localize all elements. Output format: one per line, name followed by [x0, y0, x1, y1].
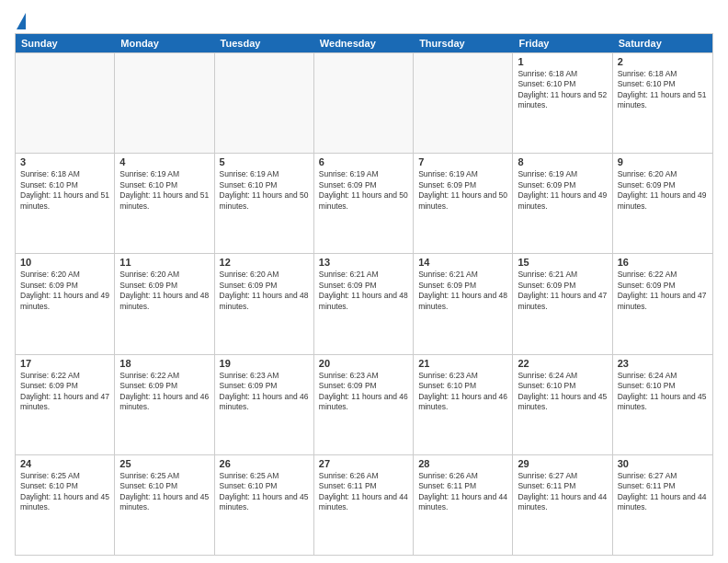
- calendar-header-day: Friday: [513, 34, 612, 52]
- day-number: 29: [518, 458, 607, 469]
- day-info: Sunrise: 6:21 AMSunset: 6:09 PMDaylight:…: [418, 270, 507, 312]
- calendar-cell: 21Sunrise: 6:23 AMSunset: 6:10 PMDayligh…: [414, 355, 513, 454]
- day-info: Sunrise: 6:19 AMSunset: 6:09 PMDaylight:…: [319, 169, 408, 212]
- calendar-cell: 17Sunrise: 6:22 AMSunset: 6:09 PMDayligh…: [16, 355, 115, 454]
- day-number: 25: [119, 458, 209, 469]
- calendar-header-day: Wednesday: [314, 34, 414, 52]
- logo: [15, 13, 26, 28]
- day-number: 17: [20, 358, 109, 369]
- calendar-cell: 7Sunrise: 6:19 AMSunset: 6:09 PMDaylight…: [414, 154, 513, 253]
- calendar-cell: 4Sunrise: 6:19 AMSunset: 6:10 PMDaylight…: [115, 154, 214, 253]
- day-info: Sunrise: 6:25 AMSunset: 6:10 PMDaylight:…: [220, 471, 309, 513]
- day-info: Sunrise: 6:26 AMSunset: 6:11 PMDaylight:…: [418, 471, 507, 513]
- calendar-cell: 18Sunrise: 6:22 AMSunset: 6:09 PMDayligh…: [115, 355, 214, 454]
- calendar-cell: 30Sunrise: 6:27 AMSunset: 6:11 PMDayligh…: [613, 455, 712, 555]
- day-info: Sunrise: 6:22 AMSunset: 6:09 PMDaylight:…: [119, 371, 209, 413]
- calendar-cell: 11Sunrise: 6:20 AMSunset: 6:09 PMDayligh…: [115, 254, 214, 353]
- day-number: 6: [319, 156, 408, 167]
- calendar: SundayMondayTuesdayWednesdayThursdayFrid…: [15, 33, 713, 556]
- calendar-cell: 16Sunrise: 6:22 AMSunset: 6:09 PMDayligh…: [613, 254, 712, 353]
- day-number: 11: [119, 257, 209, 268]
- calendar-cell: 1Sunrise: 6:18 AMSunset: 6:10 PMDaylight…: [513, 53, 612, 153]
- day-number: 21: [418, 358, 507, 369]
- day-info: Sunrise: 6:20 AMSunset: 6:09 PMDaylight:…: [119, 270, 209, 312]
- day-info: Sunrise: 6:23 AMSunset: 6:10 PMDaylight:…: [418, 371, 507, 413]
- day-info: Sunrise: 6:23 AMSunset: 6:09 PMDaylight:…: [319, 371, 408, 413]
- day-number: 10: [20, 257, 109, 268]
- calendar-week: 1Sunrise: 6:18 AMSunset: 6:10 PMDaylight…: [16, 52, 712, 153]
- calendar-cell: 23Sunrise: 6:24 AMSunset: 6:10 PMDayligh…: [613, 355, 712, 454]
- day-number: 28: [418, 458, 507, 469]
- calendar-week: 17Sunrise: 6:22 AMSunset: 6:09 PMDayligh…: [16, 354, 712, 454]
- day-number: 18: [119, 358, 209, 369]
- day-info: Sunrise: 6:18 AMSunset: 6:10 PMDaylight:…: [618, 69, 708, 111]
- day-info: Sunrise: 6:21 AMSunset: 6:09 PMDaylight:…: [518, 270, 607, 312]
- day-number: 19: [220, 358, 309, 369]
- day-info: Sunrise: 6:22 AMSunset: 6:09 PMDaylight:…: [20, 371, 109, 413]
- day-info: Sunrise: 6:22 AMSunset: 6:09 PMDaylight:…: [618, 270, 708, 312]
- day-info: Sunrise: 6:18 AMSunset: 6:10 PMDaylight:…: [518, 69, 607, 111]
- day-info: Sunrise: 6:21 AMSunset: 6:09 PMDaylight:…: [319, 270, 408, 312]
- day-info: Sunrise: 6:24 AMSunset: 6:10 PMDaylight:…: [518, 371, 607, 413]
- day-number: 9: [618, 156, 708, 167]
- day-info: Sunrise: 6:20 AMSunset: 6:09 PMDaylight:…: [220, 270, 309, 312]
- calendar-cell: 19Sunrise: 6:23 AMSunset: 6:09 PMDayligh…: [215, 355, 314, 454]
- logo-triangle-icon: [17, 13, 26, 29]
- calendar-header-day: Sunday: [16, 34, 115, 52]
- day-info: Sunrise: 6:19 AMSunset: 6:10 PMDaylight:…: [220, 169, 309, 212]
- day-number: 4: [119, 156, 209, 167]
- calendar-cell: [16, 53, 115, 153]
- day-number: 5: [220, 156, 309, 167]
- day-info: Sunrise: 6:20 AMSunset: 6:09 PMDaylight:…: [618, 169, 708, 212]
- day-info: Sunrise: 6:24 AMSunset: 6:10 PMDaylight:…: [618, 371, 708, 413]
- calendar-cell: 22Sunrise: 6:24 AMSunset: 6:10 PMDayligh…: [513, 355, 612, 454]
- day-info: Sunrise: 6:19 AMSunset: 6:09 PMDaylight:…: [518, 169, 607, 212]
- calendar-cell: 2Sunrise: 6:18 AMSunset: 6:10 PMDaylight…: [613, 53, 712, 153]
- calendar-cell: 20Sunrise: 6:23 AMSunset: 6:09 PMDayligh…: [314, 355, 414, 454]
- calendar-cell: 14Sunrise: 6:21 AMSunset: 6:09 PMDayligh…: [414, 254, 513, 353]
- day-info: Sunrise: 6:23 AMSunset: 6:09 PMDaylight:…: [220, 371, 309, 413]
- calendar-header: SundayMondayTuesdayWednesdayThursdayFrid…: [16, 34, 712, 52]
- calendar-week: 3Sunrise: 6:18 AMSunset: 6:10 PMDaylight…: [16, 153, 712, 253]
- day-number: 16: [618, 257, 708, 268]
- page-header: [15, 11, 713, 28]
- calendar-cell: [215, 53, 314, 153]
- calendar-header-day: Tuesday: [215, 34, 314, 52]
- day-number: 23: [618, 358, 708, 369]
- calendar-cell: 3Sunrise: 6:18 AMSunset: 6:10 PMDaylight…: [16, 154, 115, 253]
- calendar-cell: 26Sunrise: 6:25 AMSunset: 6:10 PMDayligh…: [215, 455, 314, 555]
- calendar-week: 24Sunrise: 6:25 AMSunset: 6:10 PMDayligh…: [16, 454, 712, 555]
- day-info: Sunrise: 6:19 AMSunset: 6:09 PMDaylight:…: [418, 169, 507, 212]
- calendar-cell: 8Sunrise: 6:19 AMSunset: 6:09 PMDaylight…: [513, 154, 612, 253]
- day-info: Sunrise: 6:26 AMSunset: 6:11 PMDaylight:…: [319, 471, 408, 513]
- day-number: 8: [518, 156, 607, 167]
- calendar-cell: 5Sunrise: 6:19 AMSunset: 6:10 PMDaylight…: [215, 154, 314, 253]
- calendar-cell: 28Sunrise: 6:26 AMSunset: 6:11 PMDayligh…: [414, 455, 513, 555]
- day-info: Sunrise: 6:20 AMSunset: 6:09 PMDaylight:…: [20, 270, 109, 312]
- day-number: 24: [20, 458, 109, 469]
- calendar-cell: 9Sunrise: 6:20 AMSunset: 6:09 PMDaylight…: [613, 154, 712, 253]
- calendar-header-day: Monday: [115, 34, 214, 52]
- day-number: 20: [319, 358, 408, 369]
- day-number: 30: [618, 458, 708, 469]
- calendar-cell: 27Sunrise: 6:26 AMSunset: 6:11 PMDayligh…: [314, 455, 414, 555]
- day-number: 27: [319, 458, 408, 469]
- day-number: 15: [518, 257, 607, 268]
- calendar-body: 1Sunrise: 6:18 AMSunset: 6:10 PMDaylight…: [16, 52, 712, 555]
- calendar-cell: [414, 53, 513, 153]
- day-number: 12: [220, 257, 309, 268]
- calendar-week: 10Sunrise: 6:20 AMSunset: 6:09 PMDayligh…: [16, 253, 712, 353]
- calendar-cell: [314, 53, 414, 153]
- day-number: 1: [518, 56, 607, 67]
- calendar-cell: 13Sunrise: 6:21 AMSunset: 6:09 PMDayligh…: [314, 254, 414, 353]
- calendar-header-day: Saturday: [613, 34, 712, 52]
- day-info: Sunrise: 6:25 AMSunset: 6:10 PMDaylight:…: [20, 471, 109, 513]
- day-number: 2: [618, 56, 708, 67]
- day-number: 7: [418, 156, 507, 167]
- day-info: Sunrise: 6:27 AMSunset: 6:11 PMDaylight:…: [518, 471, 607, 513]
- day-number: 14: [418, 257, 507, 268]
- day-number: 3: [20, 156, 109, 167]
- day-number: 22: [518, 358, 607, 369]
- day-number: 26: [220, 458, 309, 469]
- day-info: Sunrise: 6:19 AMSunset: 6:10 PMDaylight:…: [119, 169, 209, 212]
